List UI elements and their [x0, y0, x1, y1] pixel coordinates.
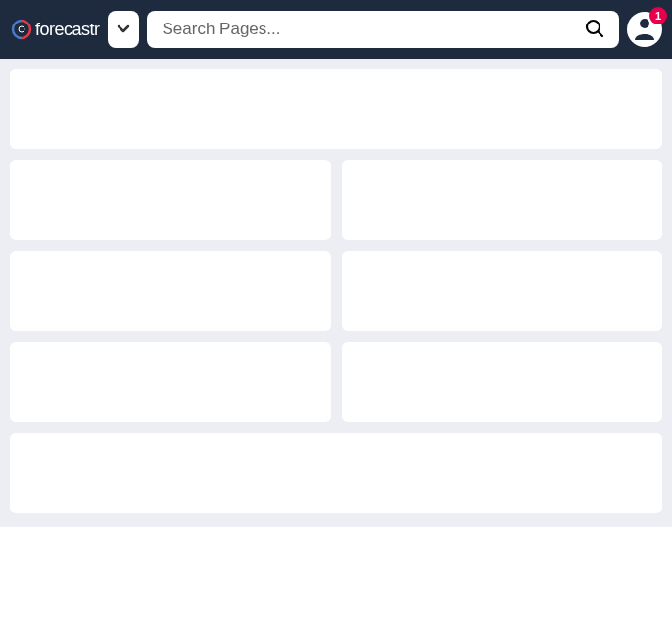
notification-badge: 1	[649, 7, 667, 24]
skeleton-card	[10, 69, 662, 149]
logo[interactable]: forecastr	[10, 18, 100, 41]
svg-point-2	[19, 26, 24, 32]
skeleton-card	[342, 251, 663, 331]
logo-icon	[10, 18, 33, 41]
skeleton-row	[10, 251, 662, 331]
logo-text: forecastr	[35, 20, 100, 40]
skeleton-card	[10, 251, 331, 331]
skeleton-row	[10, 342, 662, 422]
search-input[interactable]	[147, 11, 619, 48]
skeleton-row	[10, 160, 662, 240]
search-button[interactable]	[578, 12, 611, 48]
skeleton-card	[342, 160, 663, 240]
svg-point-5	[640, 19, 649, 28]
search-icon	[584, 18, 605, 42]
skeleton-card	[342, 342, 663, 422]
user-menu[interactable]: 1	[627, 12, 662, 47]
content-area	[0, 59, 672, 527]
search-container	[147, 11, 619, 48]
chevron-down-icon	[116, 21, 131, 39]
svg-line-4	[599, 31, 603, 36]
nav-dropdown-button[interactable]	[108, 11, 139, 48]
skeleton-card	[10, 160, 331, 240]
skeleton-card	[10, 433, 662, 513]
skeleton-card	[10, 342, 331, 422]
app-header: forecastr	[0, 0, 672, 59]
